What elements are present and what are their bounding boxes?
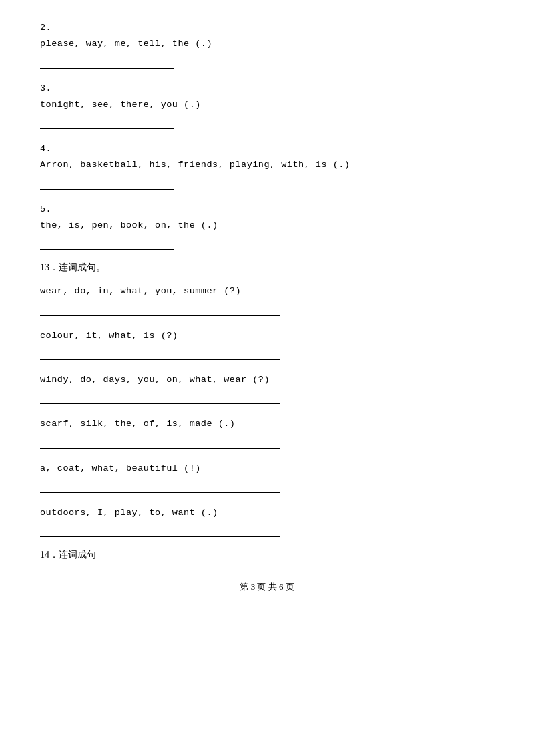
part13-answer-6: [40, 524, 280, 537]
question-text-5: 5.: [40, 202, 494, 218]
question-item-2: 2. please, way, me, tell, the (.): [40, 20, 494, 69]
part13-item-4: scarf, silk, the, of, is, made (.): [40, 416, 494, 448]
part13-text-4: scarf, silk, the, of, is, made (.): [40, 416, 494, 432]
question-item-4: 4. Arron, basketball, his, friends, play…: [40, 141, 494, 190]
question-words-3: tonight, see, there, you (.): [40, 97, 494, 113]
part13-title: 13．连词成句。: [40, 262, 494, 274]
question-item-5: 5. the, is, pen, book, on, the (.): [40, 202, 494, 250]
answer-line-4: [40, 176, 174, 190]
question-text-2: 2.: [40, 20, 494, 36]
page-footer: 第 3 页 共 6 页: [40, 581, 494, 593]
question-text-4: 4.: [40, 141, 494, 157]
question-words-2: please, way, me, tell, the (.): [40, 36, 494, 52]
part13-answer-4: [40, 435, 280, 449]
part13-section: 13．连词成句。 wear, do, in, what, you, summer…: [40, 262, 494, 537]
part13-item-2: colour, it, what, is (?): [40, 328, 494, 360]
part13-text-2: colour, it, what, is (?): [40, 328, 494, 344]
part13-answer-3: [40, 391, 280, 404]
part13-item-1: wear, do, in, what, you, summer (?): [40, 283, 494, 315]
part13-text-1: wear, do, in, what, you, summer (?): [40, 283, 494, 299]
question-text-3: 3.: [40, 81, 494, 97]
part13-answer-5: [40, 480, 280, 493]
question-item-3: 3. tonight, see, there, you (.): [40, 81, 494, 130]
question-words-4: Arron, basketball, his, friends, playing…: [40, 157, 494, 173]
part12-section: 2. please, way, me, tell, the (.) 3. ton…: [40, 20, 494, 250]
part13-item-6: outdoors, I, play, to, want (.): [40, 505, 494, 537]
part13-answer-1: [40, 303, 280, 316]
answer-line-5: [40, 236, 174, 250]
footer-text: 第 3 页 共 6 页: [240, 582, 294, 592]
part13-item-5: a, coat, what, beautiful (!): [40, 461, 494, 493]
part14-section: 14．连词成句: [40, 549, 494, 561]
answer-line-2: [40, 55, 174, 69]
answer-line-3: [40, 116, 174, 129]
part13-item-3: windy, do, days, you, on, what, wear (?): [40, 372, 494, 404]
question-words-5: the, is, pen, book, on, the (.): [40, 218, 494, 234]
part14-title: 14．连词成句: [40, 549, 494, 561]
part13-answer-2: [40, 347, 280, 360]
part13-text-5: a, coat, what, beautiful (!): [40, 461, 494, 477]
part13-text-6: outdoors, I, play, to, want (.): [40, 505, 494, 521]
part13-text-3: windy, do, days, you, on, what, wear (?): [40, 372, 494, 388]
